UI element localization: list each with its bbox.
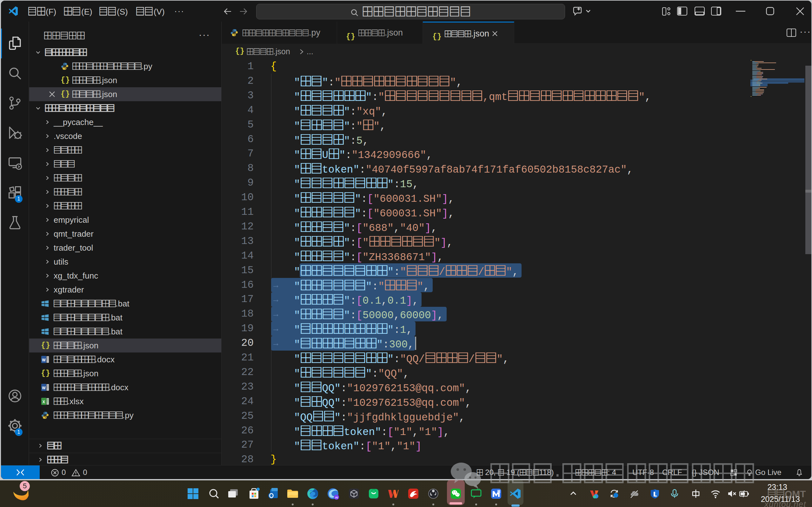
svg-text:W: W [42,358,46,362]
svg-text:AI: AI [335,496,338,499]
svg-text:W: W [42,386,46,390]
svg-text:X: X [43,400,45,404]
